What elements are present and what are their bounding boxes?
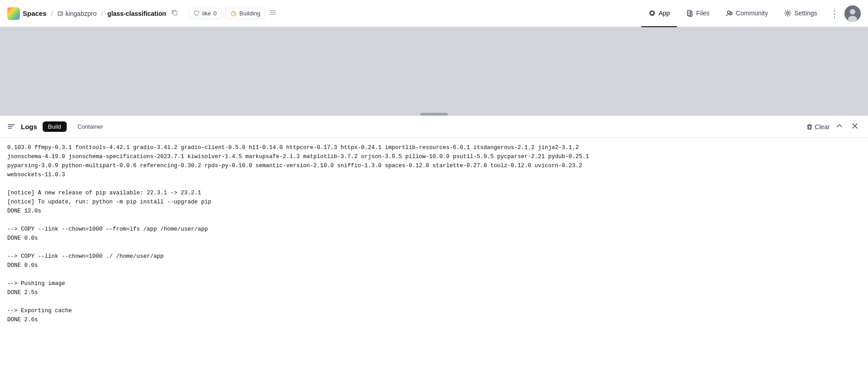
files-icon (686, 10, 693, 17)
breadcrumb-separator: / (51, 10, 53, 17)
building-badge[interactable]: Building (225, 8, 265, 19)
building-label: Building (239, 10, 260, 17)
svg-point-13 (730, 12, 732, 14)
close-logs-button[interactable] (849, 121, 861, 132)
tab-app[interactable]: App (641, 0, 677, 27)
svg-rect-6 (270, 10, 276, 11)
like-count: 0 (214, 10, 217, 17)
breadcrumb-slash: / (101, 10, 103, 17)
svg-rect-7 (270, 12, 276, 13)
chevron-up-icon (836, 123, 843, 129)
clear-label: Clear (815, 123, 830, 130)
tab-community[interactable]: Community (719, 0, 775, 27)
clear-icon (806, 124, 813, 130)
topbar: Spaces / kingabzpro / glass-classificati… (0, 0, 868, 27)
tab-settings[interactable]: Settings (777, 0, 824, 27)
tab-community-label: Community (736, 10, 768, 17)
svg-rect-2 (61, 12, 62, 13)
collapse-button[interactable] (834, 122, 845, 132)
breadcrumb-repo[interactable]: glass-classification (107, 10, 166, 17)
tab-app-label: App (658, 10, 670, 17)
tab-files-label: Files (696, 10, 710, 17)
tab-files[interactable]: Files (679, 0, 717, 27)
menu-list-icon[interactable] (269, 9, 277, 19)
svg-rect-3 (61, 14, 62, 14)
logs-tab-container[interactable]: Container (72, 121, 108, 132)
svg-rect-1 (59, 12, 61, 14)
svg-rect-4 (173, 11, 177, 15)
close-icon (852, 123, 858, 129)
app-preview-area (0, 27, 868, 116)
logs-header-actions: Clear (806, 121, 861, 132)
spaces-label: Spaces (23, 10, 47, 17)
resize-handle[interactable] (420, 113, 448, 116)
settings-icon (784, 10, 791, 17)
spaces-logo[interactable]: Spaces (7, 7, 47, 20)
topbar-left: Spaces / kingabzpro / glass-classificati… (7, 7, 638, 20)
logs-tab-build[interactable]: Build (43, 121, 67, 132)
app-icon (649, 10, 656, 17)
community-icon (726, 10, 733, 17)
spaces-icon (7, 7, 20, 20)
svg-point-14 (787, 12, 789, 14)
topbar-nav: App Files Community Settings (641, 0, 861, 27)
svg-point-10 (651, 12, 653, 14)
breadcrumb-username: kingabzpro (65, 10, 97, 17)
logs-container: Logs Build Container Clear 0.103.0 (0, 116, 868, 367)
logs-content[interactable]: 0.103.0 ffmpy-0.3.1 fonttools-4.42.1 gra… (0, 138, 868, 367)
logs-header: Logs Build Container Clear (0, 116, 868, 138)
logs-icon (7, 123, 15, 131)
heart-icon (194, 10, 200, 17)
like-label: like (202, 10, 211, 17)
like-button[interactable]: like 0 (189, 8, 222, 19)
user-type-icon (57, 10, 63, 17)
logs-title: Logs (21, 123, 37, 130)
more-options-button[interactable]: ⋮ (826, 5, 843, 23)
clear-button[interactable]: Clear (806, 123, 830, 130)
svg-rect-8 (270, 14, 276, 15)
copy-button[interactable] (170, 9, 180, 18)
tab-settings-label: Settings (794, 10, 817, 17)
breadcrumb-user[interactable]: kingabzpro (57, 10, 97, 17)
building-icon (230, 10, 237, 17)
svg-point-16 (850, 9, 855, 14)
avatar[interactable] (844, 5, 861, 22)
